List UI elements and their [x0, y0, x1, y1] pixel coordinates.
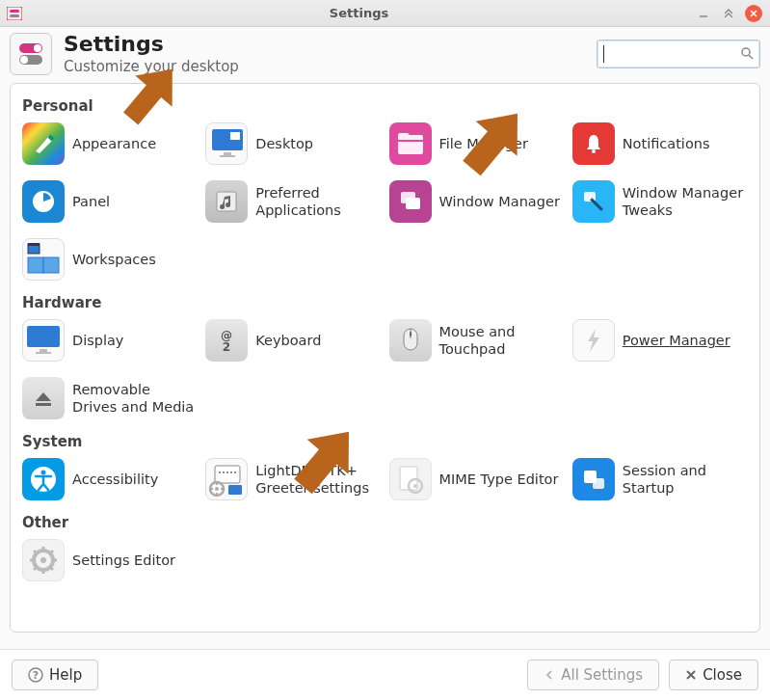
search-input[interactable]: [597, 40, 760, 68]
gear-icon: [22, 539, 65, 581]
svg-point-47: [40, 557, 46, 563]
windows-icon: [389, 180, 432, 223]
item-label: Removable Drives and Media: [72, 381, 198, 416]
help-button[interactable]: ? Help: [12, 660, 98, 690]
login-screen-icon: [205, 458, 248, 500]
eject-icon: [22, 377, 65, 419]
item-label: Accessibility: [72, 471, 158, 488]
svg-point-39: [215, 487, 219, 491]
lightning-icon: [572, 319, 615, 362]
item-file-manager[interactable]: File Manager: [387, 121, 567, 167]
svg-rect-28: [410, 332, 412, 337]
item-removable-drives[interactable]: Removable Drives and Media: [20, 375, 199, 421]
svg-point-36: [230, 471, 232, 473]
item-desktop[interactable]: Desktop: [203, 121, 383, 167]
workspaces-icon: [22, 238, 65, 281]
button-label: Close: [703, 666, 742, 684]
item-notifications[interactable]: Notifications: [571, 121, 750, 167]
svg-rect-20: [43, 257, 59, 273]
svg-rect-6: [230, 132, 240, 140]
item-label: Keyboard: [255, 332, 321, 349]
item-appearance[interactable]: Appearance: [20, 121, 199, 167]
desktop-icon: [205, 122, 248, 165]
chevron-left-icon: [544, 669, 555, 681]
svg-rect-45: [593, 478, 604, 489]
item-label: Settings Editor: [72, 552, 175, 569]
item-display[interactable]: Display: [20, 317, 199, 363]
accessibility-icon: [22, 458, 65, 500]
item-settings-editor[interactable]: Settings Editor: [20, 537, 199, 583]
music-doc-icon: [205, 180, 248, 223]
category-other: Other: [18, 508, 752, 535]
svg-rect-40: [228, 485, 242, 495]
item-power-manager[interactable]: Power Manager: [571, 317, 750, 363]
settings-panel: Personal Appearance Desktop File Manager…: [10, 83, 760, 633]
svg-line-54: [50, 551, 53, 553]
mouse-icon: [389, 319, 432, 362]
item-keyboard[interactable]: @2 Keyboard: [203, 317, 383, 363]
item-label: Preferred Applications: [255, 184, 381, 219]
svg-rect-7: [224, 152, 231, 155]
item-preferred-applications[interactable]: Preferred Applications: [203, 178, 383, 225]
svg-point-43: [413, 484, 417, 488]
item-label: Window Manager: [439, 193, 560, 210]
settings-app-icon: [10, 33, 52, 75]
close-button[interactable]: Close: [669, 660, 758, 690]
svg-rect-29: [36, 403, 51, 406]
item-label: Power Manager: [623, 332, 730, 349]
category-personal: Personal: [18, 92, 752, 119]
svg-rect-2: [10, 14, 19, 17]
svg-line-52: [34, 551, 37, 553]
svg-text:?: ?: [33, 669, 39, 682]
item-label: File Manager: [439, 135, 528, 152]
page-title: Settings: [64, 33, 239, 56]
svg-rect-19: [28, 257, 43, 273]
window-maximize-button[interactable]: [720, 5, 737, 22]
svg-point-9: [592, 149, 596, 153]
wand-icon: [572, 180, 615, 223]
search-icon: [740, 45, 754, 64]
close-icon: [685, 669, 697, 681]
appearance-icon: [22, 122, 65, 165]
svg-point-34: [223, 471, 225, 473]
item-label: Workspaces: [72, 251, 156, 268]
item-label: Appearance: [72, 135, 156, 152]
session-icon: [572, 458, 615, 500]
svg-rect-21: [27, 326, 60, 347]
titlebar: Settings: [0, 0, 770, 27]
svg-point-16: [588, 196, 592, 200]
svg-rect-11: [217, 192, 236, 211]
item-label: LightDM GTK+ Greeter settings: [255, 462, 381, 497]
document-gear-icon: [389, 458, 432, 500]
window-minimize-button[interactable]: [695, 5, 712, 22]
item-mouse-touchpad[interactable]: Mouse and Touchpad: [387, 317, 567, 363]
category-hardware: Hardware: [18, 288, 752, 315]
page-subtitle: Customize your desktop: [64, 58, 239, 75]
item-panel[interactable]: Panel: [20, 178, 199, 225]
item-label: Window Manager Tweaks: [623, 184, 748, 219]
item-accessibility[interactable]: Accessibility: [20, 456, 199, 502]
item-label: MIME Type Editor: [439, 471, 559, 488]
item-label: Desktop: [255, 135, 313, 152]
panel-icon: [22, 180, 65, 223]
item-window-manager-tweaks[interactable]: Window Manager Tweaks: [571, 178, 750, 225]
footer-bar: ? Help All Settings Close: [0, 649, 770, 700]
help-icon: ?: [28, 667, 43, 683]
svg-point-35: [226, 471, 228, 473]
item-session-startup[interactable]: Session and Startup: [571, 456, 750, 502]
all-settings-button: All Settings: [527, 660, 659, 690]
window-close-button[interactable]: [745, 5, 762, 22]
button-label: Help: [49, 666, 82, 684]
item-workspaces[interactable]: Workspaces: [20, 236, 199, 283]
svg-point-33: [219, 471, 221, 473]
svg-point-37: [234, 471, 236, 473]
item-lightdm-greeter[interactable]: LightDM GTK+ Greeter settings: [203, 456, 383, 502]
svg-line-53: [50, 567, 53, 570]
item-label: Display: [72, 332, 123, 349]
keyboard-icon: @2: [205, 319, 248, 362]
folder-icon: [389, 122, 432, 165]
item-mime-editor[interactable]: MIME Type Editor: [387, 456, 567, 502]
window-app-icon: [6, 5, 23, 22]
svg-rect-18: [28, 243, 40, 246]
item-window-manager[interactable]: Window Manager: [387, 178, 567, 225]
